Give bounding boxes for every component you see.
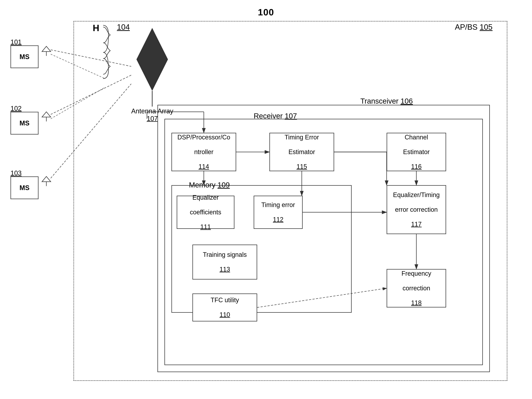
svg-marker-4 xyxy=(42,112,51,117)
transceiver-label: Transceiver 106 xyxy=(360,97,413,105)
diagram: 100 AP/BS 105 H 104 101 MS 102 MS 103 MS xyxy=(0,0,532,399)
timing-error-box: Timing error 112 xyxy=(254,196,303,229)
training-signals-box: Training signals 113 xyxy=(192,245,257,280)
ms2-box: MS xyxy=(11,112,38,135)
equalizer-coefficients-box: Equalizer coefficients 111 xyxy=(177,196,234,229)
eq-timing-correction-box: Equalizer/Timing error correction 117 xyxy=(387,185,446,234)
ms2-label: 102 xyxy=(11,105,21,112)
figure-title: 100 xyxy=(258,7,274,18)
h-label: H xyxy=(93,23,99,33)
timing-error-estimator-box: Timing Error Estimator 115 xyxy=(269,133,334,171)
h-ref: 104 xyxy=(104,23,130,31)
ms1-box: MS xyxy=(11,45,38,68)
tfc-utility-box: TFC utility 110 xyxy=(192,294,257,321)
memory-label: Memory 109 xyxy=(189,181,230,189)
ms3-label: 103 xyxy=(11,169,21,177)
frequency-correction-box: Frequency correction 118 xyxy=(387,269,446,307)
ms3-box: MS xyxy=(11,177,38,199)
svg-marker-6 xyxy=(42,177,51,182)
ms1-label: 101 xyxy=(11,38,21,46)
apbs-label: AP/BS 105 xyxy=(455,23,493,31)
dsp-box: DSP/Processor/Co ntroller 114 xyxy=(171,133,236,171)
svg-marker-2 xyxy=(42,46,51,52)
channel-estimator-box: Channel Estimator 116 xyxy=(387,133,446,171)
